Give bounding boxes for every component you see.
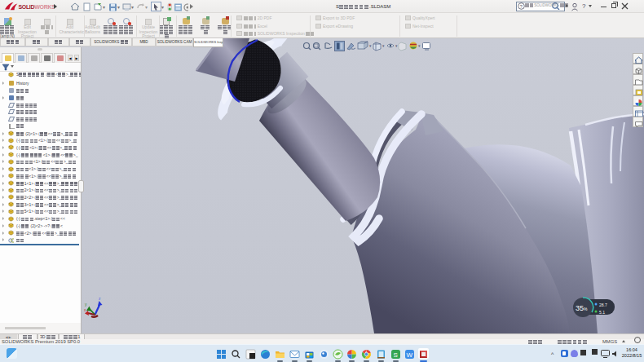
svg-text:▾: ▾ xyxy=(395,43,398,48)
svg-text:S: S xyxy=(394,351,398,359)
svg-text:▾: ▾ xyxy=(117,5,120,10)
svg-text:▾: ▾ xyxy=(382,43,385,48)
svg-text:▾: ▾ xyxy=(369,43,372,48)
svg-text:28.7: 28.7 xyxy=(599,302,607,307)
svg-text:▾: ▾ xyxy=(103,5,105,10)
svg-text:?: ? xyxy=(520,4,523,9)
svg-text:▾: ▾ xyxy=(418,43,421,48)
svg-text:W: W xyxy=(407,351,413,359)
svg-text:WORKS: WORKS xyxy=(34,4,54,10)
svg-text:▾: ▾ xyxy=(145,5,148,10)
svg-text:5.1: 5.1 xyxy=(599,310,605,315)
svg-text:▾: ▾ xyxy=(161,5,164,10)
svg-text:SOLID: SOLID xyxy=(18,4,34,10)
svg-text:▾: ▾ xyxy=(131,5,134,10)
